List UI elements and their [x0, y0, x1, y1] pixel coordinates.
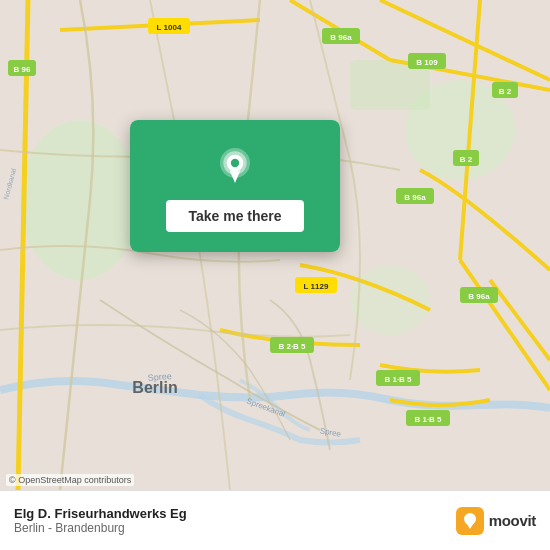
location-card: Take me there: [130, 120, 340, 252]
svg-text:B 2·B 5: B 2·B 5: [278, 342, 306, 351]
card-green-section: Take me there: [130, 120, 340, 252]
moovit-icon: [456, 507, 484, 535]
svg-point-44: [231, 159, 239, 167]
svg-text:B 96a: B 96a: [468, 292, 490, 301]
location-pin-icon: [215, 148, 255, 188]
svg-text:B 96a: B 96a: [404, 193, 426, 202]
place-name: Elg D. Friseurhandwerks Eg: [14, 506, 187, 521]
place-region: Berlin - Brandenburg: [14, 521, 187, 535]
svg-text:B 109: B 109: [416, 58, 438, 67]
bottom-info-bar: Elg D. Friseurhandwerks Eg Berlin - Bran…: [0, 490, 550, 550]
svg-text:B 96a: B 96a: [330, 33, 352, 42]
svg-text:B 1·B 5: B 1·B 5: [384, 375, 412, 384]
take-me-there-button[interactable]: Take me there: [166, 200, 303, 232]
svg-point-3: [350, 265, 430, 335]
svg-text:L 1129: L 1129: [304, 282, 329, 291]
map-attribution: © OpenStreetMap contributors: [6, 474, 134, 486]
svg-text:Spree: Spree: [147, 371, 172, 383]
svg-text:B 2: B 2: [460, 155, 473, 164]
place-info: Elg D. Friseurhandwerks Eg Berlin - Bran…: [14, 506, 187, 535]
svg-text:B 96: B 96: [14, 65, 31, 74]
svg-text:B 1·B 5: B 1·B 5: [414, 415, 442, 424]
svg-text:B 2: B 2: [499, 87, 512, 96]
moovit-logo: moovit: [456, 507, 536, 535]
map-view: B 96 L 1004 B 96a B 109 B 2 B 2 B 96a B …: [0, 0, 550, 490]
moovit-text: moovit: [489, 512, 536, 529]
svg-text:L 1004: L 1004: [157, 23, 182, 32]
svg-point-1: [20, 120, 140, 280]
